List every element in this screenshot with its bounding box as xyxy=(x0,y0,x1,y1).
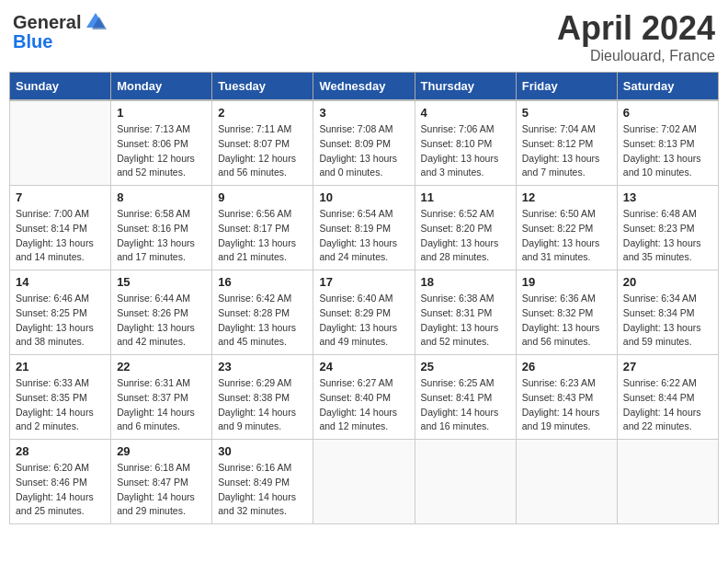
calendar-day-cell: 23Sunrise: 6:29 AM Sunset: 8:38 PM Dayli… xyxy=(212,355,313,440)
day-info: Sunrise: 6:48 AM Sunset: 8:23 PM Dayligh… xyxy=(623,207,712,265)
calendar-week-row: 21Sunrise: 6:33 AM Sunset: 8:35 PM Dayli… xyxy=(10,355,719,440)
calendar-day-cell: 12Sunrise: 6:50 AM Sunset: 8:22 PM Dayli… xyxy=(516,186,617,270)
day-number: 2 xyxy=(218,106,307,120)
day-info: Sunrise: 6:20 AM Sunset: 8:46 PM Dayligh… xyxy=(16,461,105,519)
calendar-day-cell: 17Sunrise: 6:40 AM Sunset: 8:29 PM Dayli… xyxy=(313,270,415,355)
calendar-day-cell: 27Sunrise: 6:22 AM Sunset: 8:44 PM Dayli… xyxy=(617,355,718,440)
day-of-week-header: Tuesday xyxy=(212,73,313,101)
day-info: Sunrise: 6:33 AM Sunset: 8:35 PM Dayligh… xyxy=(16,376,105,434)
day-number: 20 xyxy=(623,275,712,289)
calendar-day-cell xyxy=(415,440,516,524)
day-number: 10 xyxy=(319,190,408,204)
day-info: Sunrise: 6:36 AM Sunset: 8:32 PM Dayligh… xyxy=(522,292,611,350)
day-number: 7 xyxy=(16,190,105,204)
day-info: Sunrise: 6:18 AM Sunset: 8:47 PM Dayligh… xyxy=(117,461,206,519)
title-block: April 2024 Dieulouard, France xyxy=(557,9,715,64)
calendar-day-cell: 19Sunrise: 6:36 AM Sunset: 8:32 PM Dayli… xyxy=(516,270,617,355)
day-number: 29 xyxy=(117,444,206,458)
calendar-table: SundayMondayTuesdayWednesdayThursdayFrid… xyxy=(9,72,719,524)
day-info: Sunrise: 6:46 AM Sunset: 8:25 PM Dayligh… xyxy=(16,292,105,350)
day-info: Sunrise: 6:44 AM Sunset: 8:26 PM Dayligh… xyxy=(117,292,206,350)
day-number: 11 xyxy=(421,190,510,204)
day-number: 22 xyxy=(117,360,206,373)
calendar-day-cell: 26Sunrise: 6:23 AM Sunset: 8:43 PM Dayli… xyxy=(516,355,617,440)
calendar-week-row: 28Sunrise: 6:20 AM Sunset: 8:46 PM Dayli… xyxy=(10,440,719,524)
calendar-day-cell xyxy=(617,440,718,524)
day-info: Sunrise: 7:11 AM Sunset: 8:07 PM Dayligh… xyxy=(218,122,307,180)
day-number: 16 xyxy=(218,275,307,289)
calendar-day-cell: 25Sunrise: 6:25 AM Sunset: 8:41 PM Dayli… xyxy=(415,355,516,440)
calendar-day-cell: 6Sunrise: 7:02 AM Sunset: 8:13 PM Daylig… xyxy=(617,100,718,186)
day-info: Sunrise: 7:02 AM Sunset: 8:13 PM Dayligh… xyxy=(623,122,712,180)
day-info: Sunrise: 7:08 AM Sunset: 8:09 PM Dayligh… xyxy=(319,122,408,180)
day-info: Sunrise: 7:06 AM Sunset: 8:10 PM Dayligh… xyxy=(421,122,510,180)
day-of-week-header: Thursday xyxy=(415,73,516,101)
day-info: Sunrise: 6:52 AM Sunset: 8:20 PM Dayligh… xyxy=(421,207,510,265)
day-info: Sunrise: 6:16 AM Sunset: 8:49 PM Dayligh… xyxy=(218,461,307,519)
day-number: 3 xyxy=(319,106,408,120)
day-number: 26 xyxy=(522,360,611,373)
calendar-week-row: 14Sunrise: 6:46 AM Sunset: 8:25 PM Dayli… xyxy=(10,270,719,355)
calendar-day-cell: 28Sunrise: 6:20 AM Sunset: 8:46 PM Dayli… xyxy=(10,440,111,524)
day-number: 18 xyxy=(421,275,510,289)
calendar-day-cell: 2Sunrise: 7:11 AM Sunset: 8:07 PM Daylig… xyxy=(212,100,313,186)
day-info: Sunrise: 6:29 AM Sunset: 8:38 PM Dayligh… xyxy=(218,376,307,434)
day-number: 28 xyxy=(16,444,105,458)
day-number: 23 xyxy=(218,360,307,373)
logo-general-text: General xyxy=(13,12,81,33)
calendar-week-row: 1Sunrise: 7:13 AM Sunset: 8:06 PM Daylig… xyxy=(10,100,719,186)
day-number: 12 xyxy=(522,190,611,204)
day-info: Sunrise: 7:00 AM Sunset: 8:14 PM Dayligh… xyxy=(16,207,105,265)
day-info: Sunrise: 6:23 AM Sunset: 8:43 PM Dayligh… xyxy=(522,376,611,434)
day-info: Sunrise: 6:58 AM Sunset: 8:16 PM Dayligh… xyxy=(117,207,206,265)
logo-blue-text: Blue xyxy=(13,31,52,52)
calendar-day-cell xyxy=(313,440,415,524)
day-number: 24 xyxy=(319,360,408,373)
day-number: 4 xyxy=(421,106,510,120)
calendar-day-cell: 15Sunrise: 6:44 AM Sunset: 8:26 PM Dayli… xyxy=(111,270,212,355)
day-number: 17 xyxy=(319,275,408,289)
calendar-day-cell: 3Sunrise: 7:08 AM Sunset: 8:09 PM Daylig… xyxy=(313,100,415,186)
location-subtitle: Dieulouard, France xyxy=(557,48,715,64)
day-number: 1 xyxy=(117,106,206,120)
page-header: General Blue April 2024 Dieulouard, Fran… xyxy=(9,9,719,64)
calendar-day-cell xyxy=(516,440,617,524)
calendar-day-cell: 21Sunrise: 6:33 AM Sunset: 8:35 PM Dayli… xyxy=(10,355,111,440)
day-number: 25 xyxy=(421,360,510,373)
calendar-day-cell: 30Sunrise: 6:16 AM Sunset: 8:49 PM Dayli… xyxy=(212,440,313,524)
day-info: Sunrise: 7:13 AM Sunset: 8:06 PM Dayligh… xyxy=(117,122,206,180)
day-info: Sunrise: 6:42 AM Sunset: 8:28 PM Dayligh… xyxy=(218,292,307,350)
day-of-week-header: Wednesday xyxy=(313,73,415,101)
calendar-day-cell: 8Sunrise: 6:58 AM Sunset: 8:16 PM Daylig… xyxy=(111,186,212,270)
calendar-day-cell: 18Sunrise: 6:38 AM Sunset: 8:31 PM Dayli… xyxy=(415,270,516,355)
calendar-day-cell: 22Sunrise: 6:31 AM Sunset: 8:37 PM Dayli… xyxy=(111,355,212,440)
calendar-week-row: 7Sunrise: 7:00 AM Sunset: 8:14 PM Daylig… xyxy=(10,186,719,270)
logo-icon xyxy=(83,9,108,35)
day-info: Sunrise: 6:27 AM Sunset: 8:40 PM Dayligh… xyxy=(319,376,408,434)
day-number: 27 xyxy=(623,360,712,373)
day-of-week-header: Monday xyxy=(111,73,212,101)
calendar-day-cell: 7Sunrise: 7:00 AM Sunset: 8:14 PM Daylig… xyxy=(10,186,111,270)
calendar-day-cell: 13Sunrise: 6:48 AM Sunset: 8:23 PM Dayli… xyxy=(617,186,718,270)
calendar-day-cell: 5Sunrise: 7:04 AM Sunset: 8:12 PM Daylig… xyxy=(516,100,617,186)
day-number: 19 xyxy=(522,275,611,289)
day-number: 13 xyxy=(623,190,712,204)
calendar-day-cell: 16Sunrise: 6:42 AM Sunset: 8:28 PM Dayli… xyxy=(212,270,313,355)
month-title: April 2024 xyxy=(557,9,715,48)
day-info: Sunrise: 6:56 AM Sunset: 8:17 PM Dayligh… xyxy=(218,207,307,265)
day-of-week-header: Sunday xyxy=(10,73,111,101)
day-info: Sunrise: 6:22 AM Sunset: 8:44 PM Dayligh… xyxy=(623,376,712,434)
calendar-day-cell xyxy=(10,100,111,186)
calendar-day-cell: 24Sunrise: 6:27 AM Sunset: 8:40 PM Dayli… xyxy=(313,355,415,440)
day-info: Sunrise: 6:50 AM Sunset: 8:22 PM Dayligh… xyxy=(522,207,611,265)
calendar-day-cell: 1Sunrise: 7:13 AM Sunset: 8:06 PM Daylig… xyxy=(111,100,212,186)
day-info: Sunrise: 6:38 AM Sunset: 8:31 PM Dayligh… xyxy=(421,292,510,350)
day-info: Sunrise: 6:54 AM Sunset: 8:19 PM Dayligh… xyxy=(319,207,408,265)
day-of-week-header: Friday xyxy=(516,73,617,101)
day-number: 9 xyxy=(218,190,307,204)
calendar-header-row: SundayMondayTuesdayWednesdayThursdayFrid… xyxy=(10,73,719,101)
day-info: Sunrise: 6:34 AM Sunset: 8:34 PM Dayligh… xyxy=(623,292,712,350)
day-number: 6 xyxy=(623,106,712,120)
day-number: 15 xyxy=(117,275,206,289)
calendar-day-cell: 9Sunrise: 6:56 AM Sunset: 8:17 PM Daylig… xyxy=(212,186,313,270)
